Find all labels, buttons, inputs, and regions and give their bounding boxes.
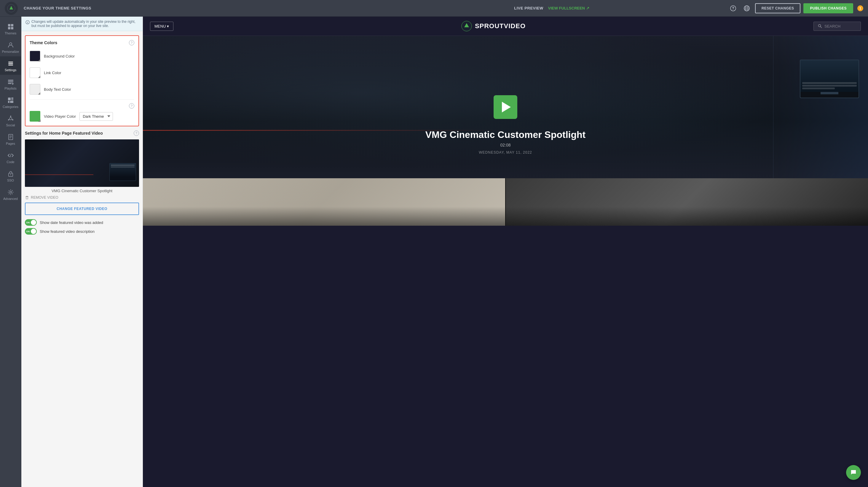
sidebar-item-playlists[interactable]: Playlists	[0, 75, 21, 93]
live-preview-label: LIVE PREVIEW	[514, 6, 543, 10]
info-icon: i	[26, 20, 30, 24]
chat-widget[interactable]	[846, 465, 861, 480]
video-player-swatch-arrow	[38, 120, 41, 122]
view-fullscreen-link[interactable]: VIEW FULLSCREEN ↗	[548, 6, 589, 10]
svg-rect-12	[11, 27, 13, 29]
code-label: Code	[6, 160, 14, 164]
publish-changes-button[interactable]: PUBLISH CHANGES	[803, 3, 853, 13]
remove-video-label: REMOVE VIDEO	[31, 195, 58, 200]
thumbnail-screen	[110, 163, 136, 177]
background-color-swatch[interactable]	[30, 51, 40, 61]
show-date-label: Show date featured video was added	[40, 220, 103, 225]
hero-content: VMG Cinematic Customer Spotlight 02:08 W…	[216, 129, 796, 154]
hero-duration: 02:08	[216, 143, 796, 147]
sidebar-item-themes[interactable]: Themes	[0, 20, 21, 38]
svg-rect-17	[8, 65, 13, 65]
featured-help[interactable]: ?	[134, 130, 139, 136]
sidebar-item-categories[interactable]: Categories	[0, 93, 21, 112]
code-icon	[7, 152, 14, 159]
svg-line-32	[11, 120, 12, 120]
grid-item-2	[506, 178, 868, 226]
featured-video-section: Settings for Home Page Featured Video ? …	[25, 130, 139, 235]
screen-line-1	[802, 82, 857, 84]
help-button[interactable]: ?	[728, 3, 739, 13]
preview-grid	[143, 178, 868, 226]
theme-colors-help[interactable]: ?	[129, 40, 134, 45]
svg-rect-9	[8, 24, 10, 26]
svg-rect-11	[8, 27, 10, 29]
sidebar-item-sso[interactable]: SSO	[0, 167, 21, 185]
preview-search-bar[interactable]: SEARCH	[813, 22, 861, 31]
svg-text:?: ?	[732, 6, 734, 10]
link-color-swatch[interactable]	[30, 67, 40, 78]
main-layout: Themes Personalize Settings	[0, 17, 868, 487]
advanced-label: Advanced	[3, 197, 18, 201]
featured-section-title: Settings for Home Page Featured Video	[25, 131, 103, 135]
video-player-swatch[interactable]	[30, 111, 40, 122]
svg-rect-25	[8, 101, 9, 103]
app-logo	[5, 2, 18, 15]
svg-rect-16	[8, 63, 13, 64]
svg-point-14	[9, 43, 12, 45]
globe-button[interactable]	[741, 3, 752, 13]
show-description-toggle[interactable]	[25, 228, 37, 235]
svg-point-50	[818, 25, 821, 27]
help-icon: ?	[730, 5, 736, 11]
top-bar-actions: ? RESET CHANGES PUBLISH CHANGES 1	[728, 3, 863, 13]
personalize-icon	[7, 41, 14, 49]
notification-badge: 1	[857, 5, 863, 11]
trash-icon	[25, 195, 29, 200]
social-icon	[7, 115, 14, 122]
panel-scroll: i Changes will update automatically in y…	[21, 17, 143, 487]
hero-play-button[interactable]	[494, 95, 517, 119]
screen-line-2	[802, 85, 857, 87]
personalize-label: Personalize	[2, 50, 19, 53]
background-color-row: Background Color	[30, 50, 134, 63]
video-player-help[interactable]: ?	[129, 103, 134, 109]
red-arrow-annotation	[0, 41, 3, 53]
svg-rect-44	[26, 196, 28, 199]
dark-theme-select[interactable]: Dark Theme Light Theme	[80, 112, 113, 121]
svg-rect-18	[8, 80, 13, 81]
sidebar-item-advanced[interactable]: Advanced	[0, 185, 21, 204]
hero-monitor-screen	[800, 60, 859, 92]
monitor-stand	[820, 92, 838, 94]
themes-label: Themes	[5, 31, 17, 35]
sidebar-item-personalize[interactable]: Personalize	[0, 38, 21, 56]
sidebar-item-settings[interactable]: Settings	[0, 56, 21, 75]
preview-header: MENU ▾ SPROUTVIDEO SEARCH	[143, 17, 868, 36]
pages-label: Pages	[6, 142, 15, 145]
preview-wrapper: MENU ▾ SPROUTVIDEO SEARCH	[143, 17, 868, 226]
preview-site: MENU ▾ SPROUTVIDEO SEARCH	[143, 17, 868, 226]
categories-label: Categories	[3, 105, 19, 109]
show-date-toggle[interactable]	[25, 219, 37, 226]
body-text-color-row: Body Text Color	[30, 83, 134, 96]
reset-changes-button[interactable]: RESET CHANGES	[755, 3, 801, 13]
hero-right-figure	[773, 36, 868, 178]
sproutvideo-logo-icon	[7, 4, 16, 12]
svg-line-38	[10, 154, 11, 157]
sidebar-item-code[interactable]: Code	[0, 148, 21, 167]
preview-logo-text: SPROUTVIDEO	[475, 22, 526, 30]
info-bar-text: Changes will update automatically in you…	[31, 20, 138, 28]
screen-line2	[111, 166, 134, 168]
playlists-label: Playlists	[4, 87, 16, 90]
hero-monitor	[800, 60, 859, 98]
background-color-label: Background Color	[44, 54, 75, 58]
remove-video-button[interactable]: REMOVE VIDEO	[25, 195, 58, 200]
preview-menu-button[interactable]: MENU ▾	[150, 22, 174, 31]
grid-item-1-overlay	[143, 207, 505, 226]
advanced-icon	[7, 189, 14, 196]
settings-panel: i Changes will update automatically in y…	[21, 17, 143, 487]
sidebar-item-social[interactable]: Social	[0, 112, 21, 130]
toggle-date-row: Show date featured video was added	[25, 219, 139, 226]
svg-rect-22	[8, 98, 11, 100]
body-text-color-swatch[interactable]	[30, 84, 40, 95]
svg-text:i: i	[27, 21, 28, 24]
svg-point-40	[10, 174, 11, 175]
sidebar-item-pages[interactable]: Pages	[0, 130, 21, 148]
change-featured-video-button[interactable]: CHANGE FEATURED VIDEO	[25, 203, 139, 215]
svg-point-29	[12, 119, 13, 120]
thumbnail-inner: SPROUTVIDEO	[25, 140, 139, 187]
page-title: CHANGE YOUR THEME SETTINGS	[24, 6, 376, 10]
